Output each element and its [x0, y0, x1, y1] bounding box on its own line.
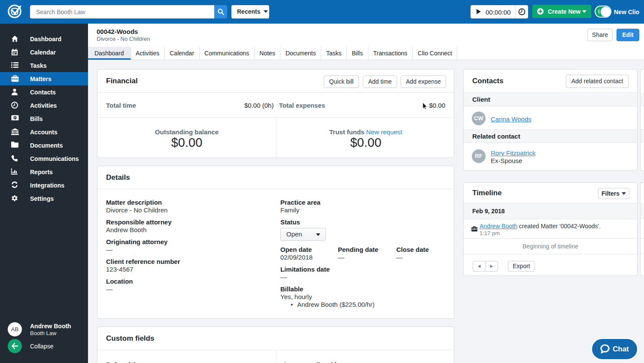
svg-text:$: $	[14, 116, 16, 120]
